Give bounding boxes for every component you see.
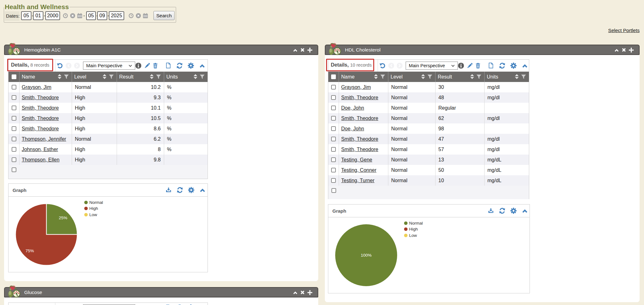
svg-text:75%: 75%	[25, 248, 34, 253]
svg-text:100%: 100%	[361, 253, 372, 258]
svg-text:25%: 25%	[59, 215, 67, 220]
